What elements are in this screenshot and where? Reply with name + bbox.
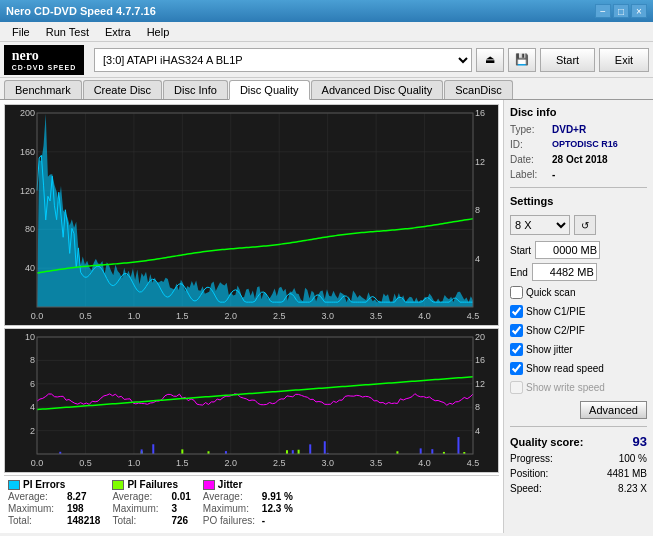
main-content: PI Errors Average: 8.27 Maximum: 198 Tot… <box>0 100 653 533</box>
jitter-title: Jitter <box>203 479 293 490</box>
tab-disc-quality[interactable]: Disc Quality <box>229 80 310 100</box>
pi-errors-title: PI Errors <box>8 479 100 490</box>
jitter-avg-row: Average: 9.91 % <box>203 491 293 502</box>
tab-disc-info[interactable]: Disc Info <box>163 80 228 99</box>
progress-row: Progress: 100 % <box>510 453 647 464</box>
menu-bar: File Run Test Extra Help <box>0 22 653 42</box>
nero-logo-sub: CD·DVD SPEED <box>12 64 77 71</box>
advanced-button[interactable]: Advanced <box>580 401 647 419</box>
tab-advanced-disc-quality[interactable]: Advanced Disc Quality <box>311 80 444 99</box>
c2pif-row: Show C2/PIF <box>510 324 647 337</box>
upper-chart <box>4 104 499 326</box>
pi-failures-max-row: Maximum: 3 <box>112 503 190 514</box>
disc-type-row: Type: DVD+R <box>510 124 647 135</box>
quality-score-row: Quality score: 93 <box>510 434 647 449</box>
legend-jitter: Jitter Average: 9.91 % Maximum: 12.3 % P… <box>203 479 293 526</box>
jitter-po-row: PO failures: - <box>203 515 293 526</box>
start-input[interactable] <box>535 241 600 259</box>
exit-button[interactable]: Exit <box>599 48 649 72</box>
nero-logo: nero CD·DVD SPEED <box>4 45 84 75</box>
tab-scandisc[interactable]: ScanDisc <box>444 80 512 99</box>
write-speed-row: Show write speed <box>510 381 647 394</box>
start-button[interactable]: Start <box>540 48 595 72</box>
disc-label-row: Label: - <box>510 169 647 180</box>
disc-date-row: Date: 28 Oct 2018 <box>510 154 647 165</box>
maximize-button[interactable]: □ <box>613 4 629 18</box>
settings-title: Settings <box>510 195 647 207</box>
pi-errors-max-row: Maximum: 198 <box>8 503 100 514</box>
jitter-row: Show jitter <box>510 343 647 356</box>
lower-chart <box>4 328 499 473</box>
read-speed-row: Show read speed <box>510 362 647 375</box>
c2pif-checkbox[interactable] <box>510 324 523 337</box>
menu-run-test[interactable]: Run Test <box>38 25 97 39</box>
menu-file[interactable]: File <box>4 25 38 39</box>
disc-id-row: ID: OPTODISC R16 <box>510 139 647 150</box>
legend-pi-failures: PI Failures Average: 0.01 Maximum: 3 Tot… <box>112 479 190 526</box>
end-input[interactable] <box>532 263 597 281</box>
quick-scan-row: Quick scan <box>510 286 647 299</box>
jitter-max-row: Maximum: 12.3 % <box>203 503 293 514</box>
start-row: Start <box>510 241 647 259</box>
pi-errors-total-row: Total: 148218 <box>8 515 100 526</box>
jitter-color <box>203 480 215 490</box>
quick-scan-checkbox[interactable] <box>510 286 523 299</box>
pi-failures-color <box>112 480 124 490</box>
pi-errors-color <box>8 480 20 490</box>
menu-help[interactable]: Help <box>139 25 178 39</box>
window-title: Nero CD-DVD Speed 4.7.7.16 <box>6 5 156 17</box>
right-panel: Disc info Type: DVD+R ID: OPTODISC R16 D… <box>503 100 653 533</box>
legend-area: PI Errors Average: 8.27 Maximum: 198 Tot… <box>4 475 499 529</box>
end-row: End <box>510 263 647 281</box>
c1pie-row: Show C1/PIE <box>510 305 647 318</box>
tabs-bar: Benchmark Create Disc Disc Info Disc Qua… <box>0 78 653 100</box>
menu-extra[interactable]: Extra <box>97 25 139 39</box>
pi-errors-avg-row: Average: 8.27 <box>8 491 100 502</box>
close-button[interactable]: × <box>631 4 647 18</box>
nero-logo-text: nero <box>12 48 39 64</box>
legend-pi-errors: PI Errors Average: 8.27 Maximum: 198 Tot… <box>8 479 100 526</box>
toolbar: nero CD·DVD SPEED [3:0] ATAPI iHAS324 A … <box>0 42 653 78</box>
tab-benchmark[interactable]: Benchmark <box>4 80 82 99</box>
speed-select[interactable]: 8 X <box>510 215 570 235</box>
drive-select[interactable]: [3:0] ATAPI iHAS324 A BL1P <box>94 48 472 72</box>
eject-button[interactable]: ⏏ <box>476 48 504 72</box>
window-controls[interactable]: − □ × <box>595 4 647 18</box>
refresh-button[interactable]: ↺ <box>574 215 596 235</box>
c1pie-checkbox[interactable] <box>510 305 523 318</box>
disc-info-title: Disc info <box>510 106 647 118</box>
chart-area: PI Errors Average: 8.27 Maximum: 198 Tot… <box>0 100 503 533</box>
pi-failures-title: PI Failures <box>112 479 190 490</box>
pi-failures-avg-row: Average: 0.01 <box>112 491 190 502</box>
minimize-button[interactable]: − <box>595 4 611 18</box>
title-bar: Nero CD-DVD Speed 4.7.7.16 − □ × <box>0 0 653 22</box>
write-speed-checkbox <box>510 381 523 394</box>
jitter-checkbox[interactable] <box>510 343 523 356</box>
speed-row-info: Speed: 8.23 X <box>510 483 647 494</box>
speed-row: 8 X ↺ <box>510 215 647 235</box>
read-speed-checkbox[interactable] <box>510 362 523 375</box>
tab-create-disc[interactable]: Create Disc <box>83 80 162 99</box>
position-row: Position: 4481 MB <box>510 468 647 479</box>
save-button[interactable]: 💾 <box>508 48 536 72</box>
pi-failures-total-row: Total: 726 <box>112 515 190 526</box>
